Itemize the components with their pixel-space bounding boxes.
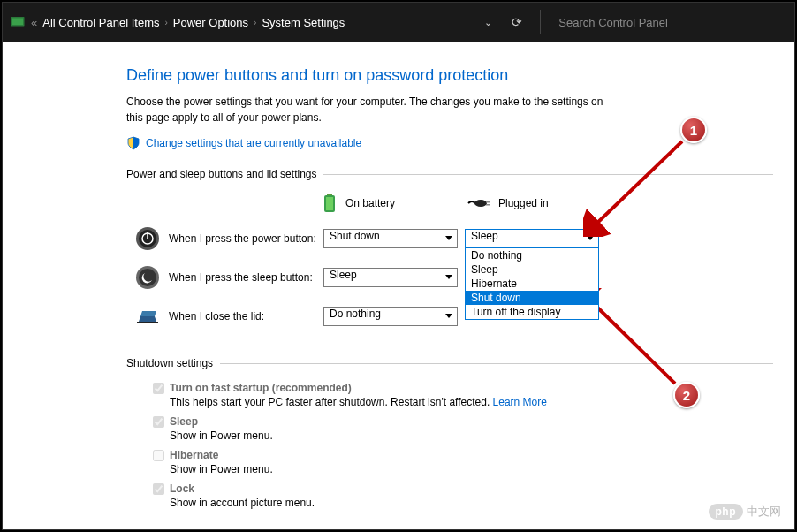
chevron-right-icon: › [164, 18, 167, 27]
row-label: When I close the lid: [169, 310, 323, 323]
control-panel-icon [10, 14, 26, 30]
dropdown-option[interactable]: Turn off the display [466, 305, 598, 319]
close-lid-battery-select[interactable]: Do nothing [323, 307, 458, 326]
dropdown-option[interactable]: Do nothing [466, 248, 598, 262]
fast-startup-checkbox [153, 383, 164, 394]
sleep-row: Sleep Show in Power menu. [153, 415, 773, 442]
search-placeholder: Search Control Panel [558, 16, 668, 29]
lock-row: Lock Show in account picture menu. [153, 483, 773, 509]
hibernate-row: Hibernate Show in Power menu. [153, 449, 773, 475]
power-button-plugged-select[interactable]: Sleep [465, 229, 599, 248]
sleep-checkbox [153, 416, 164, 428]
divider [540, 10, 541, 34]
fieldset-legend: Shutdown settings [126, 357, 220, 369]
laptop-lid-icon [135, 304, 160, 329]
setting-row-sleep-button: When I press the sleep button: Sleep [135, 265, 773, 290]
svg-rect-7 [486, 204, 490, 206]
dropdown-option[interactable]: Hibernate [466, 277, 598, 291]
svg-rect-4 [326, 197, 333, 210]
checkbox-label: Turn on fast startup (recommended) [170, 382, 352, 394]
titlebar: « All Control Panel Items › Power Option… [3, 3, 794, 42]
battery-icon [321, 193, 338, 214]
refresh-icon[interactable]: ⟳ [503, 15, 531, 29]
chevron-right-icon: › [254, 18, 256, 27]
lock-checkbox [153, 483, 164, 495]
column-header-battery: On battery [321, 193, 458, 214]
back-icon[interactable]: « [31, 16, 37, 29]
power-button-icon [135, 226, 160, 251]
breadcrumb: All Control Panel Items › Power Options … [42, 16, 345, 29]
svg-point-13 [139, 269, 156, 286]
sleep-button-icon [135, 265, 160, 290]
dropdown-option[interactable]: Sleep [466, 262, 598, 277]
watermark: php 中文网 [709, 504, 782, 520]
svg-line-14 [594, 141, 682, 226]
checkbox-description: This helps start your PC faster after sh… [170, 396, 773, 408]
sleep-button-battery-select[interactable]: Sleep [323, 268, 458, 287]
dropdown-list: Do nothing Sleep Hibernate Shut down Tur… [465, 247, 599, 320]
shield-icon [126, 136, 140, 150]
chevron-down-icon[interactable]: ⌄ [479, 17, 497, 28]
breadcrumb-item[interactable]: System Settings [262, 16, 345, 29]
search-input[interactable]: Search Control Panel [550, 9, 787, 35]
hibernate-checkbox [153, 450, 164, 461]
fieldset-legend: Power and sleep buttons and lid settings [126, 168, 323, 180]
svg-point-5 [474, 200, 487, 207]
learn-more-link[interactable]: Learn More [493, 396, 547, 408]
admin-link-text[interactable]: Change settings that are currently unava… [146, 137, 361, 149]
checkbox-description: Show in account picture menu. [170, 497, 773, 509]
annotation-arrow-1 [583, 131, 698, 237]
page-description: Choose the power settings that you want … [126, 94, 621, 125]
power-button-battery-select[interactable]: Shut down [323, 229, 458, 248]
breadcrumb-item[interactable]: Power Options [173, 16, 248, 29]
watermark-badge: php [709, 504, 744, 520]
plug-icon [467, 196, 491, 210]
checkbox-label: Sleep [170, 415, 198, 428]
row-label: When I press the sleep button: [169, 271, 323, 284]
checkbox-label: Lock [170, 483, 194, 495]
page-title: Define power buttons and turn on passwor… [126, 66, 773, 85]
breadcrumb-item[interactable]: All Control Panel Items [42, 16, 159, 29]
watermark-text: 中文网 [747, 504, 781, 520]
checkbox-label: Hibernate [170, 449, 218, 461]
row-label: When I press the power button: [169, 232, 323, 245]
checkbox-description: Show in Power menu. [170, 429, 773, 442]
dropdown-option-selected[interactable]: Shut down [466, 291, 598, 305]
svg-rect-1 [12, 19, 23, 26]
checkbox-description: Show in Power menu. [170, 463, 773, 475]
content-area: Define power buttons and turn on passwor… [3, 42, 794, 529]
svg-rect-6 [486, 201, 490, 203]
